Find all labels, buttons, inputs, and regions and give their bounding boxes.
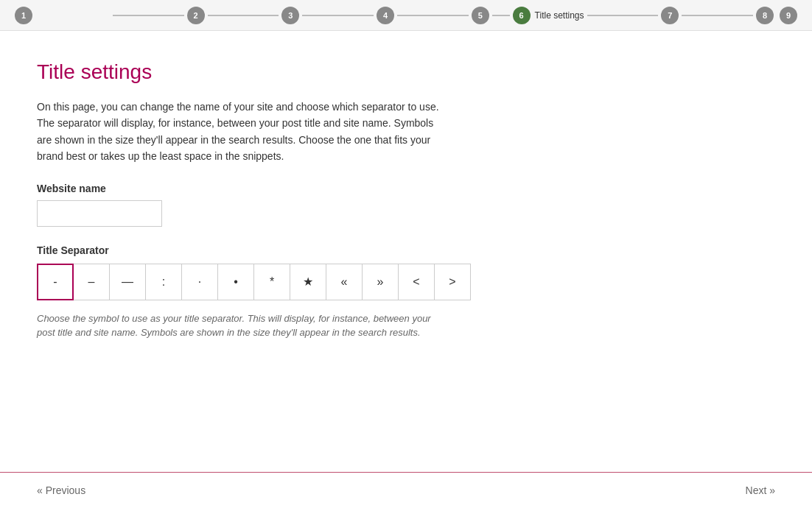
step-item-8: 8 (679, 7, 774, 24)
separator-button-1[interactable]: – (73, 264, 110, 300)
step-item-9: 9 (774, 7, 797, 24)
separator-button-5[interactable]: • (217, 264, 254, 300)
step-line-3 (302, 15, 374, 16)
step-circle-3[interactable]: 3 (281, 7, 299, 24)
step-circle-7[interactable]: 7 (661, 7, 679, 24)
step-line-5 (492, 15, 510, 16)
separator-row-2: > (434, 264, 470, 300)
step-circle-5[interactable]: 5 (472, 7, 489, 24)
step-item-3: 3 (205, 7, 300, 24)
step-label-6: Title settings (535, 10, 584, 21)
step-line-6 (587, 15, 659, 16)
step-circle-9[interactable]: 9 (780, 7, 797, 24)
separator-button-8[interactable]: « (326, 264, 363, 300)
step-bar-inner: 123456Title settings789 (15, 7, 797, 24)
website-name-input[interactable] (37, 200, 162, 227)
step-item-1: 1 (15, 7, 110, 24)
separator-label: Title Separator (37, 244, 775, 256)
next-link[interactable]: Next » (746, 484, 775, 496)
page-title: Title settings (37, 60, 775, 84)
step-circle-1[interactable]: 1 (15, 7, 32, 24)
separator-button-9[interactable]: » (362, 264, 399, 300)
separator-button-7[interactable]: ★ (290, 264, 326, 300)
separator-button-4[interactable]: · (181, 264, 218, 300)
separator-button-2[interactable]: — (109, 264, 146, 300)
step-item-6: 6Title settings (489, 7, 584, 24)
website-name-label: Website name (37, 183, 775, 194)
separator-grid: -–—:·•*★«»< > (37, 264, 775, 300)
separator-section: Title Separator -–—:·•*★«»< > (37, 244, 775, 300)
step-circle-4[interactable]: 4 (377, 7, 394, 24)
step-line-4 (397, 15, 469, 16)
separator-button-11[interactable]: > (434, 264, 471, 300)
separator-button-3[interactable]: : (145, 264, 182, 300)
separator-hint: Choose the symbol to use as your title s… (37, 311, 449, 340)
step-item-4: 4 (299, 7, 394, 24)
separator-button-6[interactable]: * (253, 264, 290, 300)
step-bar: 123456Title settings789 (0, 0, 812, 31)
main-content: Title settings On this page, you can cha… (0, 31, 812, 472)
step-circle-6[interactable]: 6 (513, 7, 531, 24)
footer: « Previous Next » (0, 472, 812, 508)
step-line-7 (682, 15, 753, 16)
step-circle-8[interactable]: 8 (756, 7, 774, 24)
step-item-7: 7 (584, 7, 679, 24)
separator-button-0[interactable]: - (37, 264, 74, 300)
step-item-2: 2 (110, 7, 205, 24)
step-line-1 (113, 15, 184, 16)
separator-button-10[interactable]: < (398, 264, 435, 300)
step-line-2 (208, 15, 279, 16)
page-description: On this page, you can change the name of… (37, 99, 449, 165)
step-item-5: 5 (394, 7, 489, 24)
previous-link[interactable]: « Previous (37, 484, 85, 496)
separator-row-1: -–—:·•*★«»< (37, 264, 434, 300)
wizard-container: 123456Title settings789 Title settings O… (0, 0, 812, 508)
step-circle-2[interactable]: 2 (187, 7, 205, 24)
